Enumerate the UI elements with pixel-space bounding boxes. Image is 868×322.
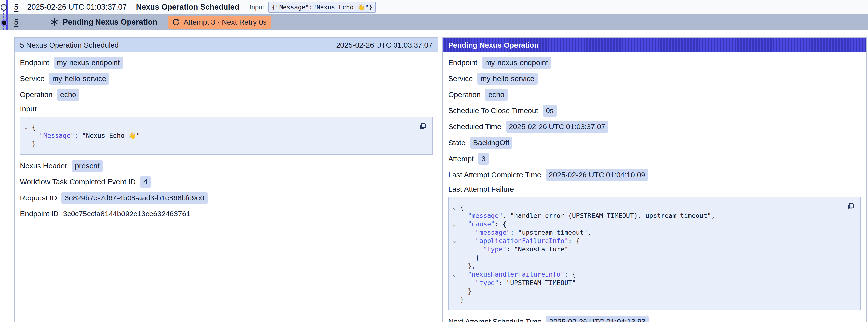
timeline-node-open-icon [1, 4, 7, 10]
failure-code-block: ⌄{ "message": "handler error (UPSTREAM_T… [448, 197, 861, 310]
code-line: ⌄{ [21, 123, 415, 131]
event-row-pending[interactable]: 5 Pending Nexus Operation Attempt 3 · Ne… [0, 14, 868, 30]
json-text: : "NexusFailure" [506, 245, 568, 254]
json-text [460, 228, 476, 237]
collapse-chevron-icon[interactable]: ⌄ [449, 203, 460, 212]
field-last-attempt-complete-time: Last Attempt Complete Time2025-02-26 UTC… [448, 169, 861, 181]
field-request-id: Request ID3e829b7e-7d67-4b08-aad3-b1e868… [20, 192, 433, 204]
collapse-chevron-icon[interactable]: ⌄ [21, 123, 32, 131]
code-gutter [21, 140, 32, 148]
json-key: "applicationFailureInfo" [475, 237, 568, 245]
field-service: Servicemy-hello-service [20, 73, 433, 85]
json-key: "message" [475, 228, 510, 237]
json-text [460, 270, 468, 279]
field-label: Last Attempt Complete Time [448, 171, 541, 179]
field-label: Nexus Header [20, 162, 67, 170]
code-line: } [21, 140, 415, 148]
json-text: { [460, 203, 464, 212]
field-scheduled-time: Scheduled Time2025-02-26 UTC 01:03:37.07 [448, 121, 861, 133]
json-text: : { [495, 220, 506, 228]
json-text: } [32, 140, 36, 148]
right-panel-header: Pending Nexus Operation [443, 38, 866, 52]
code-gutter [449, 245, 460, 254]
field-label: Operation [20, 91, 53, 99]
json-key: "type" [483, 245, 506, 254]
field-label: Attempt [448, 155, 474, 163]
copy-icon[interactable] [846, 202, 856, 211]
field-label: Next Attempt Schedule Time [448, 317, 542, 322]
json-text: : "upstream timeout", [510, 228, 591, 237]
json-key: "Message" [39, 131, 74, 140]
code-line: } [449, 295, 843, 304]
field-value-badge: present [72, 160, 103, 172]
detail-panels: 5 Nexus Operation Scheduled 2025-02-26 U… [14, 37, 867, 322]
code-line: "message": "upstream timeout", [449, 228, 843, 237]
field-value-badge: echo [57, 89, 80, 101]
code-line: } [449, 254, 843, 262]
json-text: : "UPSTREAM_TIMEOUT" [499, 279, 576, 287]
json-text: : { [564, 270, 576, 279]
field-value-badge: 0s [542, 105, 557, 117]
json-key: "type" [475, 279, 499, 287]
json-text: } [460, 254, 479, 262]
field-operation: Operationecho [20, 89, 433, 101]
field-endpoint: Endpointmy-nexus-endpoint [20, 57, 433, 68]
panel-nexus-operation-scheduled: 5 Nexus Operation Scheduled 2025-02-26 U… [14, 37, 438, 322]
field-label: Request ID [20, 194, 57, 202]
event-input-chip[interactable]: {"Message":"Nexus Echo 👋"} [269, 2, 376, 12]
field-state: StateBackingOff [448, 137, 861, 149]
code-line: ⌄ "applicationFailureInfo": { [449, 237, 843, 245]
json-text: : { [568, 237, 580, 245]
event-title: Nexus Operation Scheduled [136, 3, 239, 11]
field-value-badge: my-hello-service [477, 73, 538, 85]
json-text: } [460, 287, 472, 295]
retry-status-badge: Attempt 3 · Next Retry 0s [168, 16, 271, 29]
collapse-chevron-icon[interactable]: ⌄ [449, 237, 460, 245]
field-value-badge: BackingOff [470, 137, 513, 149]
field-value-badge: 3 [478, 153, 489, 165]
left-panel-timestamp: 2025-02-26 UTC 01:03:37.07 [336, 41, 432, 49]
field-endpoint: Endpointmy-nexus-endpoint [448, 57, 861, 68]
retry-icon [172, 18, 180, 26]
code-line: "type": "NexusFailure" [449, 245, 843, 254]
code-gutter [449, 262, 460, 270]
field-schedule-to-close-timeout: Schedule To Close Timeout0s [448, 105, 861, 117]
code-gutter [21, 131, 32, 140]
json-text: } [460, 295, 464, 304]
code-gutter [449, 295, 460, 304]
event-row-scheduled[interactable]: 5 2025-02-26 UTC 01:03:37.07 Nexus Opera… [0, 0, 868, 14]
pending-id-link[interactable]: 5 [14, 18, 18, 27]
collapse-chevron-icon[interactable]: ⌄ [449, 270, 460, 279]
code-line: "Message": "Nexus Echo 👋" [21, 131, 415, 140]
field-label: Scheduled Time [448, 123, 501, 131]
field-label: Workflow Task Completed Event ID [20, 178, 136, 186]
field-value-badge: 2025-02-26 UTC 01:04:13.93 [546, 316, 649, 322]
collapse-chevron-icon[interactable]: ⌄ [449, 220, 460, 228]
code-line: } [449, 287, 843, 295]
field-service: Servicemy-hello-service [448, 73, 861, 85]
json-text: : "Nexus Echo 👋" [74, 131, 140, 140]
code-gutter [449, 212, 460, 220]
code-line: ⌄{ [449, 203, 843, 212]
event-history-view: 5 2025-02-26 UTC 01:03:37.07 Nexus Opera… [0, 0, 868, 322]
field-label: Service [448, 74, 473, 83]
field-value-badge: 2025-02-26 UTC 01:04:10.09 [546, 169, 648, 181]
field-value-link[interactable]: 3c0c75ccfa8144b092c13ce632463761 [63, 210, 190, 218]
field-label: Endpoint [20, 58, 49, 67]
json-text [460, 220, 468, 228]
failure-section-label: Last Attempt Failure [448, 185, 861, 193]
copy-icon[interactable] [418, 122, 428, 131]
code-line: ⌄ "nexusHandlerFailureInfo": { [449, 270, 843, 279]
event-id-link[interactable]: 5 [14, 3, 18, 11]
json-key: "nexusHandlerFailureInfo" [468, 270, 564, 279]
left-panel-body: Endpointmy-nexus-endpointServicemy-hello… [14, 52, 438, 228]
code-gutter [449, 287, 460, 295]
right-panel-title: Pending Nexus Operation [448, 41, 539, 49]
code-line: }, [449, 262, 843, 270]
json-text: : "handler error (UPSTREAM_TIMEOUT): ups… [503, 212, 715, 220]
field-operation: Operationecho [448, 89, 861, 101]
json-text [460, 212, 468, 220]
field-label: Service [20, 74, 45, 83]
code-gutter [449, 228, 460, 237]
event-timestamp: 2025-02-26 UTC 01:03:37.07 [27, 3, 127, 11]
